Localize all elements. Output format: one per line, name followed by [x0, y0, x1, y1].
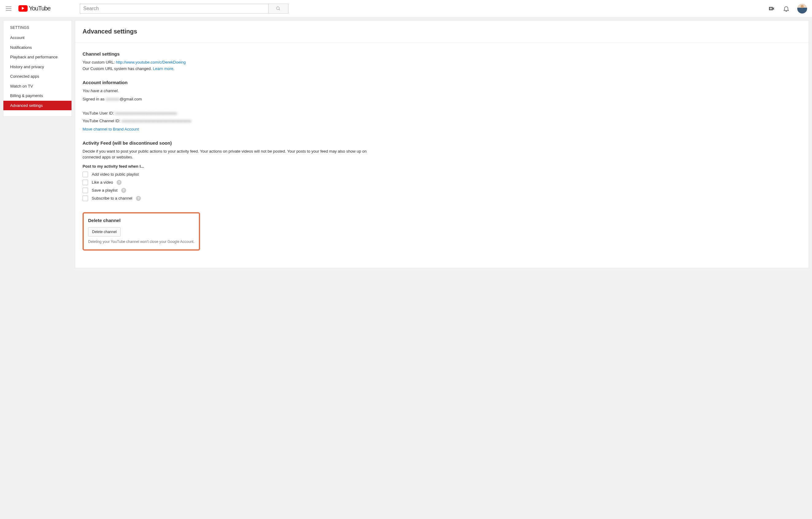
- menu-icon[interactable]: [5, 5, 12, 12]
- move-channel-link[interactable]: Move channel to Brand Account: [83, 127, 139, 132]
- logo-text: YouTube: [29, 5, 50, 12]
- checkbox-label: Add video to public playlist: [92, 172, 139, 176]
- youtube-logo[interactable]: YouTube: [19, 5, 50, 12]
- help-icon[interactable]: ?: [121, 188, 126, 193]
- sidebar-item-billing[interactable]: Billing & payments: [3, 91, 71, 101]
- play-icon: [19, 5, 28, 12]
- delete-channel-highlight: Delete channel Delete channel Deleting y…: [83, 212, 200, 251]
- settings-sidebar: SETTINGS Account Notifications Playback …: [3, 20, 72, 117]
- custom-url-label: Your custom URL:: [83, 60, 116, 64]
- user-id-label: YouTube User ID:: [83, 111, 115, 115]
- learn-more-link[interactable]: Learn more: [153, 66, 173, 71]
- account-info-section: Account information You have a channel. …: [83, 80, 375, 132]
- checkbox[interactable]: [83, 180, 88, 185]
- activity-option-add-playlist: Add video to public playlist: [83, 172, 375, 177]
- sidebar-item-playback[interactable]: Playback and performance: [3, 52, 71, 62]
- sidebar-item-advanced[interactable]: Advanced settings: [3, 101, 71, 111]
- channel-heading: Channel settings: [83, 51, 375, 56]
- create-video-icon[interactable]: [768, 5, 775, 12]
- header-actions: [768, 4, 807, 13]
- signed-in-email-blur: xxxxxxx: [106, 97, 120, 101]
- search-bar: [80, 4, 288, 13]
- avatar[interactable]: [797, 4, 807, 13]
- sidebar-item-history[interactable]: History and privacy: [3, 62, 71, 72]
- user-id-value: xxxxxxxxxxxxxxxxxxxxxxxxxxxxxxx: [115, 111, 177, 115]
- signed-in-label: Signed in as: [83, 97, 106, 101]
- sidebar-item-account[interactable]: Account: [3, 33, 71, 43]
- app-header: YouTube: [0, 0, 812, 17]
- main-panel: Advanced settings Channel settings Your …: [75, 20, 809, 268]
- signed-in-domain: @gmail.com: [120, 97, 142, 101]
- activity-option-subscribe: Subscribe to a channel ?: [83, 196, 375, 201]
- channel-id-label: YouTube Channel ID:: [83, 118, 121, 123]
- activity-option-like: Like a video ?: [83, 180, 375, 185]
- search-icon: [276, 6, 281, 11]
- svg-line-1: [279, 9, 280, 10]
- custom-url-changed-text: Our Custom URL system has changed.: [83, 66, 153, 71]
- channel-settings-section: Channel settings Your custom URL: http:/…: [83, 51, 375, 72]
- delete-note: Deleting your YouTube channel won't clos…: [88, 240, 195, 244]
- checkbox[interactable]: [83, 172, 88, 177]
- custom-url-link[interactable]: http://www.youtube.com/c/DerekDoeing: [116, 60, 186, 64]
- account-heading: Account information: [83, 80, 375, 85]
- sidebar-item-connected-apps[interactable]: Connected apps: [3, 72, 71, 81]
- delete-heading: Delete channel: [88, 218, 195, 223]
- page-title: Advanced settings: [75, 21, 809, 43]
- channel-id-value: xxxxxxxxxxxxxxxxxxxxxxxxxxxxxxxxxxx: [121, 118, 192, 123]
- sidebar-title: SETTINGS: [3, 21, 71, 33]
- svg-point-0: [277, 7, 279, 9]
- checkbox-label: Like a video: [92, 180, 113, 185]
- notifications-icon[interactable]: [783, 5, 790, 12]
- activity-option-save-playlist: Save a playlist ?: [83, 188, 375, 193]
- help-icon[interactable]: ?: [136, 196, 141, 201]
- activity-feed-section: Activity Feed (will be discontinued soon…: [83, 140, 375, 201]
- help-icon[interactable]: ?: [117, 180, 121, 185]
- checkbox[interactable]: [83, 188, 88, 193]
- checkbox-label: Save a playlist: [92, 188, 118, 193]
- activity-desc: Decide if you want to post your public a…: [83, 148, 375, 160]
- sidebar-item-watch-tv[interactable]: Watch on TV: [3, 81, 71, 91]
- activity-heading: Activity Feed (will be discontinued soon…: [83, 140, 375, 145]
- have-channel-text: You have a channel.: [83, 88, 375, 94]
- checkbox[interactable]: [83, 196, 88, 201]
- delete-channel-button[interactable]: Delete channel: [88, 227, 121, 237]
- sidebar-item-notifications[interactable]: Notifications: [3, 43, 71, 53]
- search-button[interactable]: [268, 4, 288, 13]
- search-input[interactable]: [80, 4, 268, 13]
- checkbox-label: Subscribe to a channel: [92, 196, 132, 200]
- activity-sub-heading: Post to my activity feed when I...: [83, 164, 375, 169]
- period: .: [173, 66, 175, 71]
